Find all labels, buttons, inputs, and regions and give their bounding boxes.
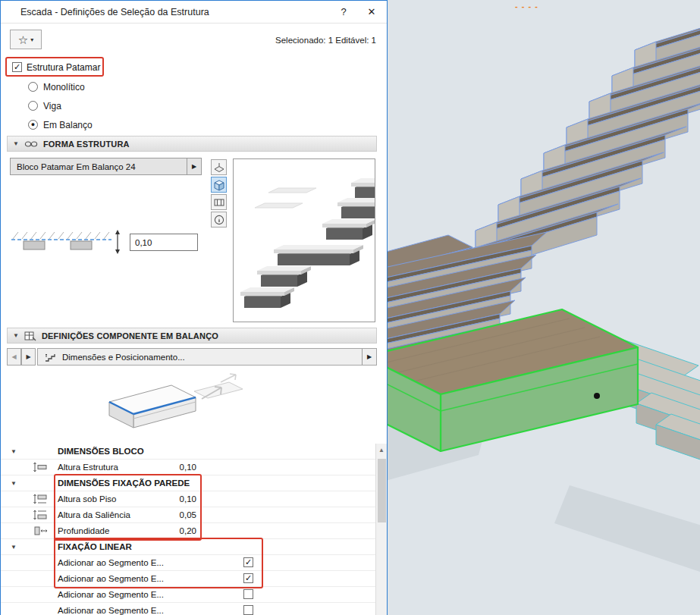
edit-node-dot[interactable] xyxy=(594,393,600,399)
cube-3d-icon xyxy=(213,179,225,191)
table-row: Altura da Saliência 0,05 xyxy=(1,507,376,523)
estrutura-patamar-checkbox[interactable]: ✓ xyxy=(12,62,22,72)
radio-circle: ● xyxy=(28,120,38,130)
info-icon xyxy=(213,214,225,226)
preview-3d-button[interactable] xyxy=(211,177,227,193)
upper-flight xyxy=(453,0,700,279)
segment-checkbox[interactable]: ✓ xyxy=(243,573,253,583)
componente-icon xyxy=(24,331,36,341)
dropdown-arrow-icon: ▶ xyxy=(187,158,201,174)
collapse-icon[interactable]: ▼ xyxy=(13,140,19,147)
offset-schematic xyxy=(11,228,125,257)
value-field[interactable]: 0,20 xyxy=(136,526,196,535)
star-icon: ☆ xyxy=(18,34,28,45)
dialog-titlebar: Escada - Definições de Seleção da Estrut… xyxy=(1,1,387,24)
close-button[interactable]: ✕ xyxy=(356,2,387,23)
collapse-icon[interactable]: ▼ xyxy=(11,480,17,487)
collapse-icon[interactable]: ▼ xyxy=(11,544,17,551)
value-field[interactable]: 0,05 xyxy=(136,510,196,519)
altura-saliencia-icon xyxy=(33,510,48,522)
estrutura-patamar-label: Estrutura Patamar xyxy=(27,62,100,73)
preview-film-button[interactable] xyxy=(211,194,227,210)
section-forma-estrutura[interactable]: ▼ FORMA ESTRUTURA xyxy=(7,136,377,152)
table-row: Altura Estrutura 0,10 xyxy=(1,460,376,475)
film-icon xyxy=(213,196,225,209)
table-scrollbar[interactable]: ▲ xyxy=(375,444,387,615)
page-prev-button[interactable]: ◀ xyxy=(7,348,21,366)
preview-info-button[interactable] xyxy=(211,212,227,227)
table-row: Adicionar ao Segmento E... ✓ xyxy=(1,571,376,587)
scroll-up-button[interactable]: ▲ xyxy=(376,444,387,456)
chevron-down-icon: ▾ xyxy=(30,36,33,43)
page-next-button[interactable]: ▶ xyxy=(21,348,36,366)
parameter-table: ▼ DIMENSÕES BLOCO Altura Estrutura 0,10 … xyxy=(1,444,376,615)
segment-checkbox[interactable]: ✓ xyxy=(243,557,253,567)
altura-estrutura-icon xyxy=(33,462,48,474)
selection-status: Selecionado: 1 Editável: 1 xyxy=(275,36,376,45)
dialog-title: Escada - Definições de Seleção da Estrut… xyxy=(20,7,209,17)
table-row: Altura sob Piso 0,10 xyxy=(1,491,376,507)
structure-shape-dropdown[interactable]: Bloco Patamar Em Balanço 24 ▶ xyxy=(10,158,202,175)
value-field[interactable]: 0,10 xyxy=(136,463,196,472)
radio-monolitico[interactable]: Monolítico xyxy=(28,81,85,93)
section-componente-balanco[interactable]: ▼ DEFINIÇÕES COMPONENTE EM BALANÇO xyxy=(7,328,377,344)
scrollbar-thumb[interactable] xyxy=(378,459,386,522)
table-row: Profundidade 0,20 xyxy=(1,523,376,539)
radio-viga[interactable]: Viga xyxy=(28,100,61,111)
table-row: Adicionar ao Segmento E... xyxy=(1,587,376,603)
preview-steps xyxy=(234,159,375,322)
plan-icon xyxy=(213,162,225,174)
radio-em-balanco[interactable]: ● Em Balanço xyxy=(28,119,93,130)
3d-viewport[interactable]: - - - - xyxy=(388,0,700,615)
page-selector-dropdown[interactable]: Dimensões e Posicionamento... ▶ xyxy=(37,348,377,366)
radio-circle xyxy=(28,82,38,92)
component-diagram xyxy=(80,369,255,441)
stair-settings-dialog: Escada - Definições de Seleção da Estrut… xyxy=(0,0,388,615)
collapse-icon[interactable]: ▼ xyxy=(11,448,17,455)
preview-plan-button[interactable] xyxy=(211,159,227,175)
group-header-row[interactable]: ▼ DIMENSÕES BLOCO xyxy=(1,444,376,460)
table-row: Adicionar ao Segmento E... ✓ xyxy=(1,555,376,571)
dimensoes-icon xyxy=(44,352,58,362)
group-header-label: DIMENSÕES BLOCO xyxy=(58,447,144,456)
structure-preview[interactable] xyxy=(233,158,375,322)
profundidade-icon xyxy=(33,526,48,538)
segment-checkbox[interactable] xyxy=(243,589,253,599)
group-header-row[interactable]: ▼ DIMENSÕES FIXAÇÃO PAREDE xyxy=(1,475,376,491)
value-field[interactable]: 0,10 xyxy=(136,494,196,504)
marquee-hint: - - - - xyxy=(515,2,538,11)
forma-estrutura-icon xyxy=(24,140,38,149)
radio-circle xyxy=(28,101,38,111)
group-header-row[interactable]: ▼ FIXAÇÃO LINEAR xyxy=(1,539,376,555)
collapse-icon[interactable]: ▼ xyxy=(13,332,19,339)
group-header-label: DIMENSÕES FIXAÇÃO PAREDE xyxy=(58,479,190,488)
dropdown-arrow-icon: ▶ xyxy=(362,349,376,365)
table-row: Adicionar ao Segmento E... xyxy=(1,603,376,615)
help-button[interactable]: ? xyxy=(331,2,356,23)
3d-canvas[interactable] xyxy=(388,0,700,615)
group-header-label: FIXAÇÃO LINEAR xyxy=(58,542,132,551)
segment-checkbox[interactable] xyxy=(243,605,253,615)
offset-input[interactable] xyxy=(130,234,198,251)
favorites-button[interactable]: ☆ ▾ xyxy=(10,30,42,49)
altura-sob-piso-icon xyxy=(33,494,48,506)
